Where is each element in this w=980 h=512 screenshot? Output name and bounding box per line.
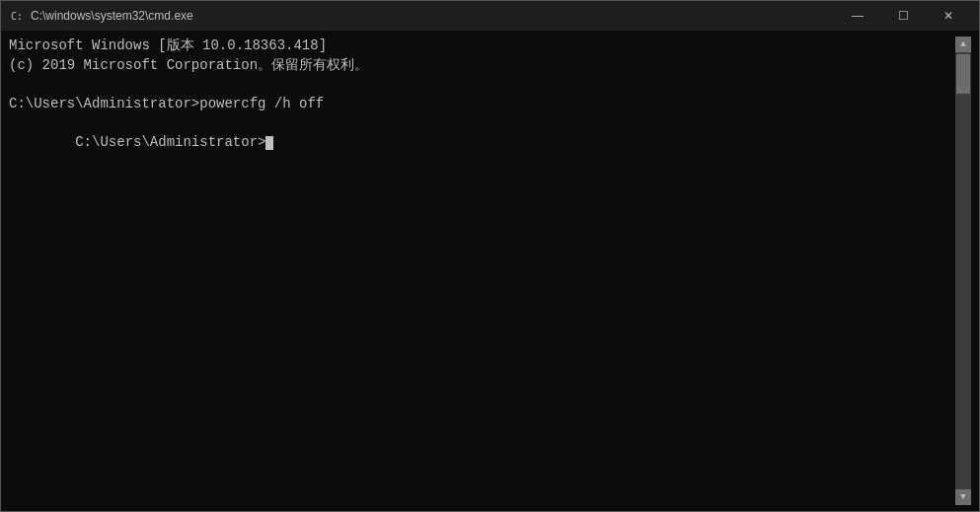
window-controls: — ☐ ✕ <box>835 1 971 31</box>
close-button[interactable]: ✕ <box>926 1 971 31</box>
svg-text:C:: C: <box>11 11 23 22</box>
cmd-window: C: C:\windows\system32\cmd.exe — ☐ ✕ Mic… <box>0 0 980 512</box>
scrollbar-track[interactable] <box>955 52 971 489</box>
console-line-1: Microsoft Windows [版本 10.0.18363.418] <box>9 37 955 56</box>
minimize-button[interactable]: — <box>835 1 880 31</box>
cursor <box>265 136 273 150</box>
maximize-button[interactable]: ☐ <box>880 1 926 31</box>
scrollbar-thumb[interactable] <box>956 54 970 94</box>
cmd-icon: C: <box>9 8 25 24</box>
scroll-down-button[interactable]: ▼ <box>955 489 971 505</box>
console-line-4: C:\Users\Administrator>powercfg /h off <box>9 95 955 114</box>
console-prompt: C:\Users\Administrator> <box>9 113 955 172</box>
window-title: C:\windows\system32\cmd.exe <box>31 9 835 23</box>
console-line-3 <box>9 75 955 95</box>
console-line-2: (c) 2019 Microsoft Corporation。保留所有权利。 <box>9 56 955 76</box>
title-bar: C: C:\windows\system32\cmd.exe — ☐ ✕ <box>1 1 979 31</box>
console-body[interactable]: Microsoft Windows [版本 10.0.18363.418] (c… <box>1 31 979 511</box>
scroll-up-button[interactable]: ▲ <box>955 37 971 52</box>
console-content: Microsoft Windows [版本 10.0.18363.418] (c… <box>9 37 955 505</box>
scrollbar[interactable]: ▲ ▼ <box>955 37 971 505</box>
prompt-text: C:\Users\Administrator> <box>75 134 265 150</box>
